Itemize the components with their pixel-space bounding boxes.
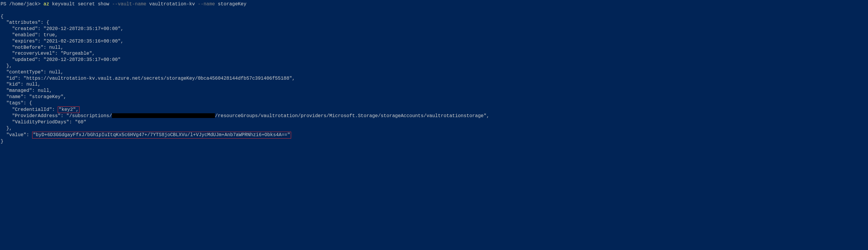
output-line-provider: "ProviderAddress": "/subscriptions/ /res…	[1, 113, 489, 119]
output-line: "created": "2020-12-28T20:35:17+00:00",	[1, 26, 124, 32]
redacted-subscription	[112, 113, 215, 118]
output-line: "ValidityPeriodDays": "60"	[1, 119, 86, 125]
output-line: {	[1, 14, 4, 19]
command-line[interactable]: PS /home/jack> az keyvault secret show -…	[1, 1, 868, 7]
output-line: },	[1, 126, 12, 131]
arg-vault-name: vaultrotation-kv	[149, 1, 195, 7]
az-command: az	[43, 1, 49, 7]
flag-name: --name	[198, 1, 215, 7]
output-line: },	[1, 63, 12, 69]
output-line: "updated": "2020-12-28T20:35:17+00:00"	[1, 57, 121, 63]
output-line-credentialid: "CredentialId": "key2",	[1, 107, 80, 112]
subcommand: keyvault secret show	[52, 1, 109, 7]
output-line: "contentType": null,	[1, 70, 63, 75]
output-line: "managed": null,	[1, 88, 52, 93]
output-line: "kid": null,	[1, 82, 40, 87]
highlight-credentialid: "key2",	[58, 106, 80, 113]
output-line: "name": "storageKey",	[1, 94, 66, 100]
highlight-value: "byD+6D3GGdgayFfxJ/bGh1pIuItqKx5c6HVg47+…	[32, 132, 291, 139]
output-line: "notBefore": null,	[1, 45, 63, 50]
arg-name: storageKey	[218, 1, 246, 7]
output-line-value: "value": "byD+6D3GGdgayFfxJ/bGh1pIuItqKx…	[1, 132, 291, 138]
output-line: "expires": "2021-02-26T20:35:16+00:00",	[1, 39, 124, 44]
output-line: "recoveryLevel": "Purgeable",	[1, 51, 95, 56]
output-line: }	[1, 139, 4, 144]
output-line: "id": "https://vaultrotation-kv.vault.az…	[1, 76, 295, 81]
flag-vault-name: --vault-name	[112, 1, 146, 7]
output-line: "attributes": {	[1, 20, 49, 25]
ps-prompt: PS /home/jack>	[1, 1, 40, 7]
output-line: "tags": {	[1, 101, 32, 106]
output-line: "enabled": true,	[1, 32, 58, 38]
